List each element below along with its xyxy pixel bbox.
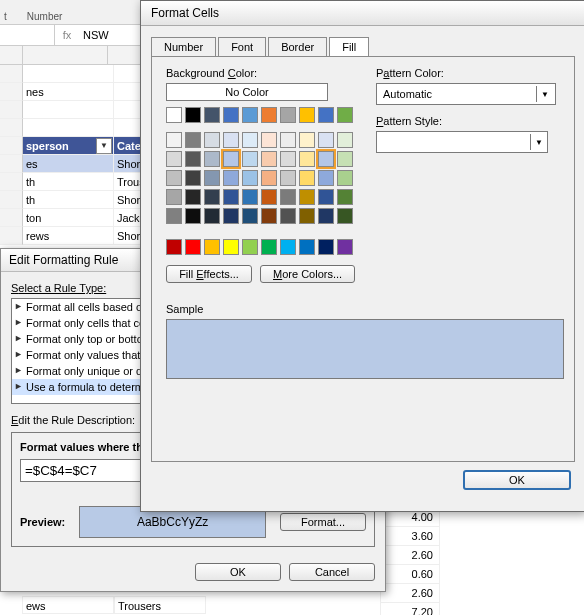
color-swatch[interactable] [299,208,315,224]
tab-fill[interactable]: Fill [329,37,369,57]
chevron-down-icon[interactable]: ▼ [536,86,553,102]
color-swatch[interactable] [280,107,296,123]
color-swatch[interactable] [204,208,220,224]
color-swatch[interactable] [299,132,315,148]
color-swatch[interactable] [185,132,201,148]
color-swatch[interactable] [242,107,258,123]
cell[interactable]: 2.60 [380,546,440,565]
color-swatch[interactable] [318,107,334,123]
cell[interactable]: Trousers [114,596,206,614]
color-swatch[interactable] [299,107,315,123]
color-swatch[interactable] [166,208,182,224]
cell[interactable]: ews [22,596,114,614]
cell[interactable]: 3.60 [380,527,440,546]
name-box[interactable] [0,25,55,45]
color-swatch[interactable] [280,189,296,205]
pattern-color-dropdown[interactable]: Automatic ▼ [376,83,556,105]
chevron-down-icon[interactable]: ▼ [530,134,547,150]
color-swatch[interactable] [318,151,334,167]
table-header-salesperson[interactable]: sperson▼ [23,137,114,155]
color-swatch[interactable] [318,170,334,186]
color-swatch[interactable] [337,189,353,205]
color-swatch[interactable] [185,239,201,255]
fx-icon[interactable]: fx [55,29,79,41]
cancel-button[interactable]: Cancel [289,563,375,581]
color-swatch[interactable] [223,132,239,148]
color-swatch[interactable] [204,151,220,167]
color-swatch[interactable] [223,239,239,255]
color-swatch[interactable] [280,170,296,186]
color-swatch[interactable] [185,208,201,224]
pattern-style-dropdown[interactable]: ▼ [376,131,548,153]
color-swatch[interactable] [242,239,258,255]
color-swatch[interactable] [166,151,182,167]
no-color-button[interactable]: No Color [166,83,328,101]
color-swatch[interactable] [261,239,277,255]
color-swatch[interactable] [204,107,220,123]
cell[interactable]: 7.20 [380,603,440,615]
color-swatch[interactable] [337,208,353,224]
tab-number[interactable]: Number [151,37,216,57]
color-swatch[interactable] [318,189,334,205]
color-swatch[interactable] [318,132,334,148]
color-swatch[interactable] [204,189,220,205]
color-swatch[interactable] [166,189,182,205]
color-swatch[interactable] [261,107,277,123]
more-colors-button[interactable]: More Colors... [260,265,355,283]
color-swatch[interactable] [242,132,258,148]
color-swatch[interactable] [299,189,315,205]
tab-border[interactable]: Border [268,37,327,57]
color-swatch[interactable] [204,132,220,148]
color-swatch[interactable] [242,151,258,167]
color-swatch[interactable] [185,170,201,186]
color-swatch[interactable] [166,170,182,186]
color-swatch[interactable] [299,151,315,167]
color-swatch[interactable] [223,170,239,186]
fill-effects-button[interactable]: Fill Effects... [166,265,252,283]
color-swatch[interactable] [185,107,201,123]
sample-label: Sample [166,303,564,315]
color-swatch[interactable] [280,151,296,167]
ok-button[interactable]: OK [463,470,571,490]
color-swatch[interactable] [166,132,182,148]
color-swatch[interactable] [261,189,277,205]
color-swatch[interactable] [318,239,334,255]
color-swatch[interactable] [261,132,277,148]
cell[interactable]: 2.60 [380,584,440,603]
color-swatch[interactable] [261,208,277,224]
color-swatch[interactable] [280,208,296,224]
color-swatch[interactable] [337,170,353,186]
color-swatch[interactable] [185,151,201,167]
title-cell[interactable]: nes [23,83,114,101]
cell[interactable]: 0.60 [380,565,440,584]
color-swatch[interactable] [242,170,258,186]
color-swatch[interactable] [242,208,258,224]
color-swatch[interactable] [337,151,353,167]
col-header-blank[interactable] [23,46,108,64]
color-swatch[interactable] [299,239,315,255]
color-swatch[interactable] [204,170,220,186]
color-swatch[interactable] [337,239,353,255]
color-swatch[interactable] [261,151,277,167]
color-swatch[interactable] [242,189,258,205]
color-swatch[interactable] [223,151,239,167]
color-swatch[interactable] [166,239,182,255]
color-swatch[interactable] [261,170,277,186]
color-swatch[interactable] [299,170,315,186]
ok-button[interactable]: OK [195,563,281,581]
color-swatch[interactable] [166,107,182,123]
format-cells-dialog: Format Cells Number Font Border Fill Bac… [140,0,584,512]
color-swatch[interactable] [337,107,353,123]
filter-dropdown-icon[interactable]: ▼ [96,138,112,154]
color-swatch[interactable] [337,132,353,148]
tab-font[interactable]: Font [218,37,266,57]
color-swatch[interactable] [280,132,296,148]
color-swatch[interactable] [223,189,239,205]
color-swatch[interactable] [223,208,239,224]
color-swatch[interactable] [185,189,201,205]
color-swatch[interactable] [204,239,220,255]
color-swatch[interactable] [223,107,239,123]
color-swatch[interactable] [280,239,296,255]
color-swatch[interactable] [318,208,334,224]
format-button[interactable]: Format... [280,513,366,531]
